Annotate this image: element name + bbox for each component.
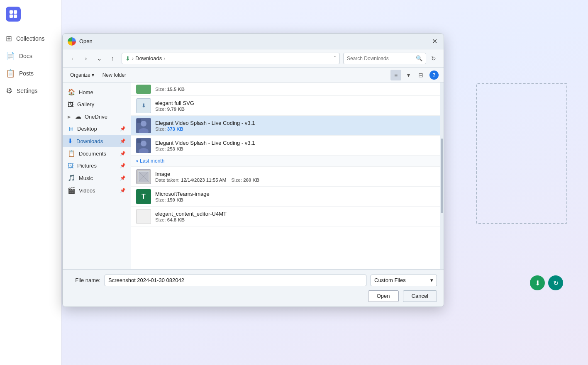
search-icon: 🔍 (416, 55, 422, 61)
view-dropdown-button[interactable]: ▾ (403, 70, 414, 80)
up-button[interactable]: ↑ (107, 53, 118, 64)
file-info: Elegant Video Splash - Live Coding - v3.… (155, 120, 437, 131)
sidebar-item-settings-label: Settings (17, 88, 38, 94)
file-size: Size: 15.5 KB (155, 87, 437, 92)
music-nav-icon: 🎵 (68, 174, 76, 182)
svg-rect-1 (14, 10, 17, 14)
leftnav-gallery-label: Gallery (77, 101, 94, 107)
open-file-dialog: Open ✕ ‹ › ⌄ ↑ ⬇ › Downloads › ˅ 🔍 ↻ Org… (62, 33, 444, 307)
file-size: Size: 159 KB (155, 197, 437, 202)
list-item[interactable]: Image Date taken: 12/14/2023 11:55 AM Si… (131, 167, 444, 187)
leftnav-pictures-label: Pictures (77, 163, 97, 169)
search-input[interactable] (347, 56, 414, 61)
file-thumbnail (136, 85, 151, 94)
file-thumbnail (136, 209, 151, 224)
back-button[interactable]: ‹ (67, 53, 78, 64)
list-item[interactable]: ⬇ elegant full SVG Size: 9.79 KB (131, 96, 444, 116)
dialog-titlebar: Open ✕ (63, 34, 444, 49)
filename-label: File name: (69, 277, 100, 283)
filelist-scrollbar-thumb[interactable] (441, 139, 443, 213)
sidebar-item-docs[interactable]: 📄 Docs (0, 47, 61, 65)
leftnav-item-pictures[interactable]: 🖼 Pictures 📌 (63, 160, 131, 172)
sidebar-item-collections[interactable]: ⊞ Collections (0, 30, 61, 47)
refresh-action-icon[interactable]: ↻ (548, 275, 563, 290)
refresh-button[interactable]: ↻ (428, 53, 439, 64)
file-size: Size: 253 KB (155, 146, 437, 151)
documents-nav-icon: 📋 (68, 150, 76, 157)
file-name: elegant_content_editor-U4MT (155, 211, 437, 217)
breadcrumb-download-icon: ⬇ (125, 55, 130, 62)
leftnav-item-desktop[interactable]: 🖥 Desktop 📌 (63, 123, 131, 135)
file-info: Elegant Video Splash - Live Coding - v3.… (155, 140, 437, 151)
breadcrumb-chevron-icon[interactable]: ˅ (334, 56, 336, 61)
help-button[interactable]: ? (429, 71, 439, 80)
docs-icon: 📄 (6, 51, 15, 61)
leftnav-home-label: Home (79, 89, 93, 95)
list-item[interactable]: Elegant Video Splash - Live Coding - v3.… (131, 136, 444, 156)
svg-rect-0 (10, 10, 13, 14)
leftnav-desktop-label: Desktop (77, 126, 97, 132)
leftnav-item-onedrive[interactable]: ▶ ☁ OneDrive (63, 110, 131, 123)
settings-icon: ⚙ (6, 86, 12, 95)
sidebar-item-posts-label: Posts (19, 70, 34, 77)
list-item[interactable]: Size: 15.5 KB (131, 83, 444, 96)
filetype-select-label: Custom Files (374, 277, 406, 283)
videos-pin-icon: 📌 (120, 188, 126, 193)
file-thumbnail: ⬇ (136, 98, 151, 113)
leftnav-item-gallery[interactable]: 🖼 Gallery (63, 98, 131, 110)
filename-input[interactable] (105, 275, 366, 286)
leftnav-item-documents[interactable]: 📋 Documents 📌 (63, 147, 131, 160)
leftnav-documents-label: Documents (79, 151, 106, 157)
dialog-title: Open (79, 38, 429, 44)
leftnav-item-home[interactable]: 🏠 Home (63, 86, 131, 98)
open-button[interactable]: Open (368, 290, 399, 302)
download-action-icon[interactable]: ⬇ (530, 275, 545, 290)
downloads-nav-icon: ⬇ (68, 137, 73, 145)
sidebar-item-posts[interactable]: 📋 Posts (0, 65, 61, 82)
breadcrumb-sep1: › (132, 56, 134, 61)
collections-icon: ⊞ (6, 34, 12, 43)
file-list: Size: 15.5 KB ⬇ elegant full SVG Size: 9… (131, 83, 444, 269)
file-size: Size: 373 KB (155, 127, 437, 131)
forward-button[interactable]: › (80, 53, 92, 64)
leftnav-videos-label: Videos (79, 187, 95, 194)
group-header-last-month[interactable]: ▾ Last month (131, 156, 444, 167)
svg-rect-3 (14, 15, 17, 18)
file-thumbnail (136, 118, 151, 133)
gallery-nav-icon: 🖼 (68, 101, 74, 108)
sidebar-item-docs-label: Docs (19, 53, 32, 59)
file-size: Size: 9.79 KB (155, 107, 437, 112)
file-info: MicrosoftTeams-image Size: 159 KB (155, 191, 437, 202)
list-item[interactable]: T MicrosoftTeams-image Size: 159 KB (131, 187, 444, 207)
file-size: Size: 64.8 KB (155, 217, 437, 222)
leftnav-item-music[interactable]: 🎵 Music 📌 (63, 172, 131, 184)
view-pane-button[interactable]: ⊟ (415, 70, 426, 80)
leftnav-downloads-label: Downloads (76, 138, 103, 144)
leftnav-item-videos[interactable]: 🎬 Videos 📌 (63, 184, 131, 197)
view-list-button[interactable]: ≡ (390, 70, 401, 80)
new-folder-button[interactable]: New folder (100, 71, 129, 79)
cancel-button[interactable]: Cancel (403, 290, 437, 302)
downloads-pin-icon: 📌 (120, 139, 126, 144)
sidebar-item-collections-label: Collections (16, 35, 44, 42)
help-label: ? (432, 72, 435, 78)
dropdown-button[interactable]: ⌄ (93, 53, 105, 64)
list-item[interactable]: elegant_content_editor-U4MT Size: 64.8 K… (131, 207, 444, 226)
floating-actions: ⬇ ↻ (530, 275, 563, 290)
app-logo (6, 7, 21, 22)
desktop-pin-icon: 📌 (120, 126, 126, 131)
list-item[interactable]: Elegant Video Splash - Live Coding - v3.… (131, 116, 444, 136)
filelist-scrollbar[interactable] (440, 83, 444, 269)
organize-label: Organize (70, 72, 90, 78)
filetype-select[interactable]: Custom Files ▾ (371, 275, 437, 286)
onedrive-expand-icon: ▶ (68, 114, 71, 119)
file-info: Size: 15.5 KB (155, 86, 437, 92)
breadcrumb-name: Downloads (135, 55, 162, 61)
organize-button[interactable]: Organize ▾ (68, 71, 97, 79)
file-info: elegant_content_editor-U4MT Size: 64.8 K… (155, 211, 437, 222)
home-nav-icon: 🏠 (68, 88, 76, 96)
leftnav-item-downloads[interactable]: ⬇ Downloads 📌 (63, 135, 131, 147)
dialog-close-button[interactable]: ✕ (429, 36, 440, 47)
sidebar-item-settings[interactable]: ⚙ Settings (0, 82, 61, 100)
breadcrumb-bar: ⬇ › Downloads › ˅ (122, 53, 340, 64)
